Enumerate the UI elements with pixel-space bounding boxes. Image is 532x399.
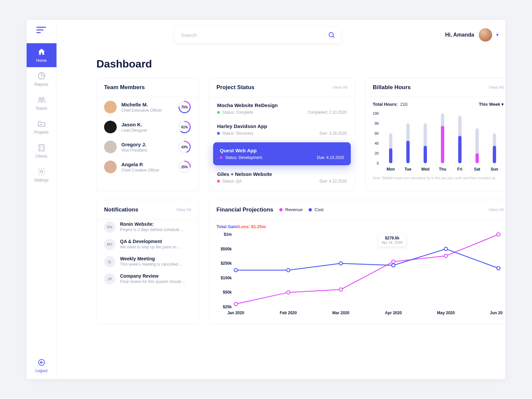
svg-text:$50k: $50k xyxy=(223,290,232,295)
financial-card: Financial Projections Revenue Cost View … xyxy=(209,200,505,325)
financial-view-all[interactable]: View All xyxy=(489,207,504,212)
svg-rect-36 xyxy=(406,141,410,164)
period-select[interactable]: This Week ▾ xyxy=(479,102,504,107)
team-member[interactable]: Angela P. Chief Creative Officer 25% xyxy=(104,160,191,174)
svg-text:May 2020: May 2020 xyxy=(437,311,455,315)
project-name: Quest Web App xyxy=(220,148,344,153)
member-role: Lead Designer xyxy=(121,128,173,133)
billable-chart: 020406080100MonTueWedThuFriSatSun xyxy=(367,110,505,173)
member-name: Angela P. xyxy=(121,162,173,167)
project-item[interactable]: Harley Davidson App Status: Discovery Du… xyxy=(209,119,355,140)
project-item[interactable]: Giles + Nelson Website Status: QA Due: 4… xyxy=(209,167,355,188)
notification-item[interactable]: Q. Weekly Meeting This week's meeting is… xyxy=(104,256,191,267)
folder-icon xyxy=(37,119,46,128)
progress-ring: 25% xyxy=(178,160,191,174)
svg-point-73 xyxy=(339,262,342,265)
search-box[interactable] xyxy=(175,27,341,43)
notifications-view-all[interactable]: View All xyxy=(176,207,191,212)
project-name: Mocha Website ReDesign xyxy=(217,102,347,108)
greeting: Hi, Amanda xyxy=(445,32,474,38)
notif-body: Final review for this quarter should ... xyxy=(120,279,186,284)
legend-cost: Cost xyxy=(309,207,324,212)
notif-body: Project is 2 days behind schedule ... xyxy=(120,227,184,232)
project-item[interactable]: Mocha Website ReDesign Status: Complete … xyxy=(209,98,355,119)
billable-view-all[interactable]: View All xyxy=(489,85,504,90)
svg-text:Sun: Sun xyxy=(491,167,498,172)
notif-body: We need to step up the pace on ... xyxy=(120,245,181,249)
svg-point-75 xyxy=(444,247,448,251)
notif-badge: RN xyxy=(104,221,115,233)
notification-item[interactable]: MT QA & Development We need to step up t… xyxy=(104,239,191,250)
notification-item[interactable]: RN Ronin Website: Project is 2 days behi… xyxy=(104,221,191,233)
svg-point-4 xyxy=(39,98,41,100)
financial-title: Financial Projections xyxy=(216,206,273,213)
nav-reports[interactable]: Reports xyxy=(27,67,57,91)
nav-teams[interactable]: Teams xyxy=(27,91,57,115)
team-member[interactable]: Jason K. Lead Designer 61% xyxy=(104,120,191,134)
member-name: Michelle M. xyxy=(121,102,173,107)
notification-item[interactable]: JP Company Review Final review for this … xyxy=(104,273,191,285)
team-member[interactable]: Gregory J. Vice President 43% xyxy=(104,140,191,154)
team-card: Team Members Michelle M. Chief Executive… xyxy=(96,77,199,191)
svg-point-5 xyxy=(42,98,44,100)
svg-text:Mar 2020: Mar 2020 xyxy=(332,311,349,315)
billable-note: Note: Billable hours are calculated by t… xyxy=(365,176,505,185)
svg-text:$500k: $500k xyxy=(221,247,232,251)
project-item[interactable]: Quest Web App Status: Development Due: 4… xyxy=(213,142,351,165)
total-hours-label: Total Hours: xyxy=(373,102,398,107)
project-meta: Due: 4.15.2020 xyxy=(317,155,344,160)
svg-text:Feb 2020: Feb 2020 xyxy=(280,311,297,315)
gain-loss: Total Gain/Loss: $1.25m xyxy=(209,219,505,230)
svg-text:Apr 2020: Apr 2020 xyxy=(385,311,402,315)
notifications-title: Notifications xyxy=(104,206,138,213)
project-meta: Completed: 2.10.2020 xyxy=(308,110,347,115)
svg-rect-7 xyxy=(39,145,44,151)
svg-text:$250k: $250k xyxy=(221,261,232,266)
svg-rect-33 xyxy=(389,148,392,163)
menu-toggle-icon[interactable] xyxy=(36,26,47,34)
nav-projects[interactable]: Projects xyxy=(27,115,57,139)
project-status: Status: Development xyxy=(220,155,262,160)
project-name: Harley Davidson App xyxy=(217,123,347,129)
dropdown-caret-icon[interactable]: ▼ xyxy=(495,33,499,37)
svg-text:$1m: $1m xyxy=(224,232,232,237)
project-meta: Due: 4.22.2020 xyxy=(320,179,347,184)
svg-text:Tue: Tue xyxy=(405,167,412,172)
team-member[interactable]: Michelle M. Chief Executive Officer 75% xyxy=(104,100,191,114)
progress-ring: 75% xyxy=(178,100,191,114)
nav-clients[interactable]: Clients xyxy=(27,139,57,163)
svg-text:40: 40 xyxy=(375,141,379,145)
svg-text:Thu: Thu xyxy=(439,167,446,172)
notif-badge: JP xyxy=(104,273,115,285)
nav-settings[interactable]: Settings xyxy=(27,163,57,187)
topbar: Hi, Amanda ▼ xyxy=(57,20,505,50)
page-title: Dashboard xyxy=(57,50,505,77)
projects-card: Project Status View All Mocha Website Re… xyxy=(209,77,355,191)
people-icon xyxy=(37,95,46,104)
building-icon xyxy=(37,143,46,152)
chart-tooltip: $278.6k Apr 14, 2020 xyxy=(378,233,406,247)
user-avatar[interactable] xyxy=(479,28,492,42)
svg-rect-42 xyxy=(441,126,444,164)
nav-home[interactable]: Home xyxy=(27,43,57,67)
billable-title: Billable Hours xyxy=(373,84,411,91)
svg-text:Jun 2020: Jun 2020 xyxy=(490,311,502,315)
member-role: Chief Executive Officer xyxy=(121,108,173,113)
member-avatar xyxy=(104,141,117,153)
logout-button[interactable]: Logout xyxy=(27,352,57,379)
member-role: Vice President xyxy=(121,148,173,153)
search-icon xyxy=(328,31,335,39)
svg-point-14 xyxy=(40,171,43,173)
member-role: Chief Creative Officer xyxy=(121,168,173,173)
svg-text:Sat: Sat xyxy=(474,167,480,172)
member-name: Gregory J. xyxy=(121,142,173,147)
projects-view-all[interactable]: View All xyxy=(332,85,347,90)
member-avatar xyxy=(104,121,117,133)
svg-text:100: 100 xyxy=(373,111,379,115)
svg-rect-39 xyxy=(424,146,427,164)
home-icon xyxy=(37,48,46,56)
svg-text:$25k: $25k xyxy=(223,305,232,309)
svg-rect-48 xyxy=(475,153,479,163)
search-input[interactable] xyxy=(181,32,328,38)
member-avatar xyxy=(104,101,117,113)
